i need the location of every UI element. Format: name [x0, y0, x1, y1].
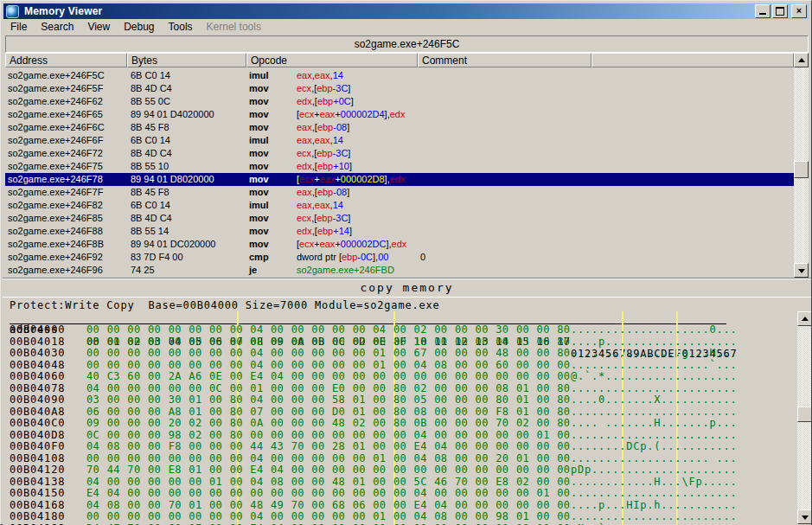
disasm-row[interactable]: so2game.exe+246F826B C0 14imuleax,eax,14 — [5, 199, 794, 212]
hex-row-bytes: 00 00 00 00 00 00 00 00 04 00 00 00 00 0… — [86, 453, 570, 465]
disasm-bytes: 8B 55 0C — [131, 95, 170, 108]
menu-item-view[interactable]: View — [80, 20, 117, 34]
disasm-row[interactable]: so2game.exe+246F6F6B C0 14imuleax,eax,14 — [5, 134, 794, 147]
hex-row-address: 00B04120 — [10, 464, 65, 477]
disassembly-scrollbar[interactable] — [794, 53, 809, 278]
hex-row-address: 00B040A8 — [10, 407, 65, 419]
disasm-row[interactable]: so2game.exe+246F9283 7D F4 00cmpdword pt… — [5, 251, 794, 264]
disasm-row[interactable]: so2game.exe+246F5C6B C0 14imuleax,eax,14 — [5, 69, 794, 82]
hex-row-address: 00B040D8 — [10, 430, 65, 442]
disasm-address: so2game.exe+246F8B — [8, 238, 104, 251]
hex-scrollbar[interactable] — [797, 311, 811, 524]
hex-row[interactable]: 00B0406040 C3 60 00 2A A6 0E 00 E4 04 00… — [3, 371, 798, 383]
hex-row-address: 00B040C0 — [10, 418, 65, 430]
maximize-button[interactable] — [772, 4, 788, 18]
hex-row-ascii: ........................ — [571, 383, 738, 395]
hex-row-ascii: @.`.*................... — [571, 371, 738, 383]
disassembly-scroll-down-button[interactable] — [794, 263, 809, 278]
disasm-opcode: mov — [249, 212, 269, 225]
disasm-opcode: mov — [249, 160, 269, 173]
disasm-bytes: 6B C0 14 — [131, 69, 170, 82]
hex-row-ascii: ........................ — [571, 407, 738, 419]
hex-rows[interactable]: 00B0400000 00 00 00 00 00 00 00 04 00 00… — [3, 324, 798, 525]
menu-item-kernel-tools: Kernel tools — [200, 20, 268, 34]
disasm-row[interactable]: so2game.exe+246F888B 55 14movedx,[ebp+14… — [5, 225, 794, 238]
disasm-bytes: 8B 55 14 — [131, 225, 169, 238]
hex-row-bytes: 04 08 00 00 F8 00 00 00 44 43 70 00 28 0… — [86, 441, 570, 453]
hex-row[interactable]: 00B0416804 08 00 00 70 01 00 00 48 49 70… — [3, 500, 798, 512]
menu-item-search[interactable]: Search — [34, 20, 80, 34]
column-header-address[interactable]: Address — [5, 53, 127, 67]
disasm-address: so2game.exe+246F6F — [8, 134, 103, 147]
disassembly-scrollbar-thumb[interactable] — [794, 161, 809, 178]
disasm-row[interactable]: so2game.exe+246F6C8B 45 F8moveax,[ebp-08… — [5, 121, 794, 134]
arrow-up-icon — [802, 317, 809, 321]
hex-row-bytes: 00 00 00 00 00 00 00 00 04 00 00 00 00 0… — [86, 511, 570, 523]
column-header-opcode[interactable]: Opcode — [246, 53, 418, 67]
disasm-row[interactable]: so2game.exe+246F6589 94 01 D4020000mov[e… — [5, 108, 794, 121]
disassembly-view[interactable]: so2game.exe+246F5C6B C0 14imuleax,eax,14… — [5, 69, 794, 278]
disasm-opcode: mov — [249, 121, 269, 134]
hex-row[interactable]: 00B0407804 00 00 00 00 00 0C 00 01 00 00… — [3, 383, 798, 395]
hex-row[interactable]: 00B0410800 00 00 00 00 00 00 00 04 00 00… — [3, 453, 798, 465]
hex-scrollbar-thumb[interactable] — [797, 407, 811, 422]
memory-viewer-window: Memory Viewer × FileSearchViewDebugTools… — [0, 0, 812, 525]
disasm-operands: edx,[ebp+14] — [297, 225, 352, 238]
disasm-row[interactable]: so2game.exe+246F758B 55 10movedx,[ebp+10… — [5, 160, 794, 173]
hex-row[interactable]: 00B0401803 00 00 00 70 00 00 80 0E 00 00… — [3, 336, 798, 349]
hex-column-header: address 00 01 02 03 04 05 06 07 08 09 0A… — [10, 311, 726, 324]
menu-item-file[interactable]: File — [3, 20, 34, 34]
disasm-row[interactable]: so2game.exe+246F5F8B 4D C4movecx,[ebp-3C… — [5, 82, 794, 95]
hex-row[interactable]: 00B0413804 00 00 00 00 00 01 00 04 08 00… — [3, 477, 798, 489]
disasm-address: so2game.exe+246F65 — [8, 108, 103, 121]
disasm-row[interactable]: so2game.exe+246F628B 55 0Cmovedx,[ebp+0C… — [5, 95, 794, 108]
disasm-bytes: 6B C0 14 — [131, 134, 170, 147]
hex-row[interactable]: 00B04150E4 04 00 00 00 00 00 00 00 00 00… — [3, 488, 798, 500]
hex-row[interactable]: 00B0418000 00 00 00 00 00 00 00 04 00 00… — [3, 511, 798, 523]
memory-region-info: Protect:Write Copy Base=00B04000 Size=70… — [10, 299, 440, 311]
current-address-bar[interactable]: so2game.exe+246F5C — [5, 35, 809, 53]
disasm-bytes: 89 94 01 D4020000 — [131, 108, 214, 121]
disasm-row[interactable]: so2game.exe+246F858B 4D C4movecx,[ebp-3C… — [5, 212, 794, 225]
hex-scroll-down-button[interactable] — [797, 509, 811, 524]
close-button[interactable]: × — [791, 4, 807, 18]
disasm-bytes: 6B C0 14 — [131, 199, 170, 212]
disasm-address: so2game.exe+246F62 — [8, 95, 103, 108]
disasm-address: so2game.exe+246F88 — [8, 225, 103, 238]
title-bar[interactable]: Memory Viewer × — [3, 3, 809, 19]
menu-item-tools[interactable]: Tools — [162, 20, 200, 34]
hex-row[interactable]: 00B0403000 00 00 00 00 00 00 00 04 00 00… — [3, 348, 798, 360]
hex-row[interactable]: 00B040A806 00 00 00 A8 01 00 80 07 00 00… — [3, 407, 798, 419]
column-header-bytes[interactable]: Bytes — [127, 53, 246, 67]
hex-row[interactable]: 00B0400000 00 00 00 00 00 00 00 04 00 00… — [3, 324, 798, 336]
hex-row-ascii: .... .......H.......p... — [571, 418, 738, 430]
arrow-down-icon — [802, 515, 809, 520]
disasm-operands: so2game.exe+246FBD — [297, 264, 394, 277]
disasm-address: so2game.exe+246F82 — [8, 199, 103, 212]
hex-scroll-up-button[interactable] — [797, 311, 811, 326]
hex-row[interactable]: 00B040F004 08 00 00 F8 00 00 00 44 43 70… — [3, 441, 798, 453]
disasm-opcode: mov — [249, 173, 269, 186]
hex-row[interactable]: 00B040D80C 00 00 00 98 02 00 80 00 00 00… — [3, 430, 798, 442]
hex-row[interactable]: 00B040C009 00 00 00 20 02 00 80 0A 00 00… — [3, 418, 798, 430]
menu-item-debug[interactable]: Debug — [117, 20, 161, 34]
disassembly-scroll-up-button[interactable] — [794, 53, 809, 67]
hex-view[interactable]: Protect:Write Copy Base=00B04000 Size=70… — [3, 297, 811, 525]
hex-row-address: 00B04048 — [10, 360, 65, 372]
disasm-row[interactable]: so2game.exe+246F8B89 94 01 DC020000mov[e… — [5, 238, 794, 251]
disasm-row[interactable]: so2game.exe+246F9674 25jeso2game.exe+246… — [5, 264, 794, 277]
copy-memory-bar[interactable]: copy memory — [3, 278, 811, 298]
disasm-row[interactable]: so2game.exe+246F7F8B 45 F8moveax,[ebp-08… — [5, 186, 794, 199]
disasm-row[interactable]: so2game.exe+246F7889 94 01 D8020000mov[e… — [5, 173, 794, 186]
minimize-button[interactable] — [755, 4, 770, 18]
hex-row-bytes: 00 00 00 00 00 00 00 00 04 00 00 00 00 0… — [86, 324, 570, 336]
hex-row-bytes: 70 44 70 00 E8 01 00 00 E4 04 00 00 00 0… — [86, 464, 570, 477]
hex-row[interactable]: 00B0412070 44 70 00 E8 01 00 00 E4 04 00… — [3, 464, 798, 477]
hex-row[interactable]: 00B0409003 00 00 00 30 01 00 80 04 00 00… — [3, 394, 798, 407]
hex-row-bytes: 04 08 00 00 70 01 00 00 48 49 70 00 68 0… — [86, 500, 570, 512]
hex-row[interactable]: 00B0404800 00 00 00 00 00 00 00 04 00 00… — [3, 360, 798, 372]
column-header-comment[interactable]: Comment — [418, 53, 591, 67]
disasm-row[interactable]: so2game.exe+246F728B 4D C4movecx,[ebp-3C… — [5, 147, 794, 160]
column-header-extra[interactable] — [591, 53, 794, 67]
disasm-opcode: mov — [249, 108, 269, 121]
